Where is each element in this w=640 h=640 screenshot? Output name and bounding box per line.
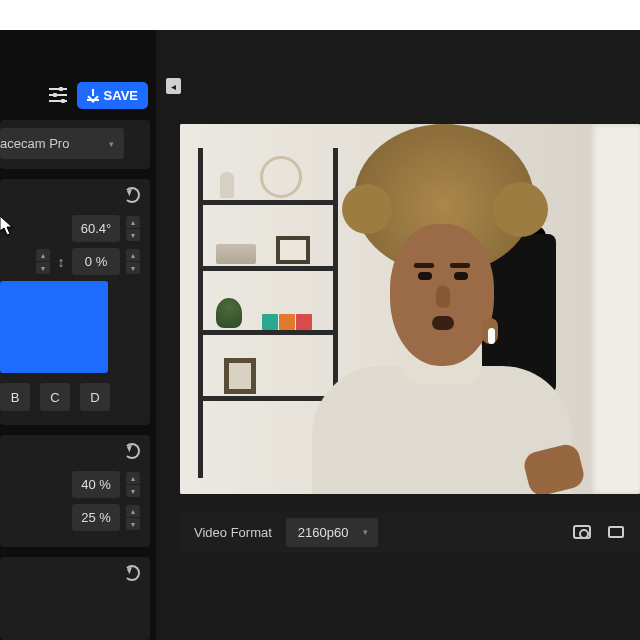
save-button[interactable]: SAVE — [77, 82, 148, 109]
aspect-button[interactable] — [606, 524, 626, 540]
angle-value[interactable]: 60.4° — [72, 215, 120, 242]
chevron-down-icon: ▾ — [109, 139, 114, 149]
reset-icon[interactable] — [124, 565, 140, 581]
value-a-stepper[interactable]: ▴▾ — [126, 472, 140, 497]
panel-collapse-button[interactable]: ◂ — [166, 78, 181, 94]
color-swatch[interactable] — [0, 281, 108, 373]
save-button-label: SAVE — [104, 88, 138, 103]
sidebar: SAVE acecam Pro ▾ 60.4° ▴▾ ▴▾ ↕ 0 % ▴▾ — [0, 30, 156, 640]
reset-icon[interactable] — [124, 187, 140, 203]
camera-dropdown-value: acecam Pro — [0, 136, 69, 151]
bottom-bar: Video Format 2160p60 ▾ — [180, 512, 640, 552]
value-b[interactable]: 25 % — [72, 504, 120, 531]
adjustments-icon[interactable] — [49, 88, 67, 102]
preset-c[interactable]: C — [40, 383, 70, 411]
chevron-down-icon: ▾ — [363, 527, 368, 537]
preset-b[interactable]: B — [0, 383, 30, 411]
camera-select-panel: acecam Pro ▾ — [0, 120, 150, 169]
camera-dropdown[interactable]: acecam Pro ▾ — [0, 128, 124, 159]
video-format-label: Video Format — [194, 525, 272, 540]
transform-panel: 60.4° ▴▾ ▴▾ ↕ 0 % ▴▾ B C D — [0, 179, 150, 425]
percent-value[interactable]: 0 % — [72, 248, 120, 275]
video-preview[interactable] — [180, 124, 640, 494]
adjust-panel: 40 % ▴▾ 25 % ▴▾ — [0, 435, 150, 547]
autofocus-button[interactable] — [572, 524, 592, 540]
main-area: Video Format 2160p60 ▾ — [156, 30, 640, 640]
aux-stepper[interactable]: ▴▾ — [36, 249, 50, 274]
value-b-stepper[interactable]: ▴▾ — [126, 505, 140, 530]
browser-chrome — [0, 0, 640, 30]
reset-icon[interactable] — [124, 443, 140, 459]
value-a[interactable]: 40 % — [72, 471, 120, 498]
download-icon — [87, 89, 99, 101]
preset-d[interactable]: D — [80, 383, 110, 411]
video-format-dropdown[interactable]: 2160p60 ▾ — [286, 518, 379, 547]
app-window: ◂ SAVE acecam Pro ▾ 60.4° ▴▾ — [0, 30, 640, 640]
video-format-value: 2160p60 — [298, 525, 349, 540]
lower-panel — [0, 557, 150, 640]
angle-stepper[interactable]: ▴▾ — [126, 216, 140, 241]
percent-stepper[interactable]: ▴▾ — [126, 249, 140, 274]
mouse-cursor — [0, 216, 14, 236]
vertical-arrows-icon: ↕ — [56, 254, 66, 270]
